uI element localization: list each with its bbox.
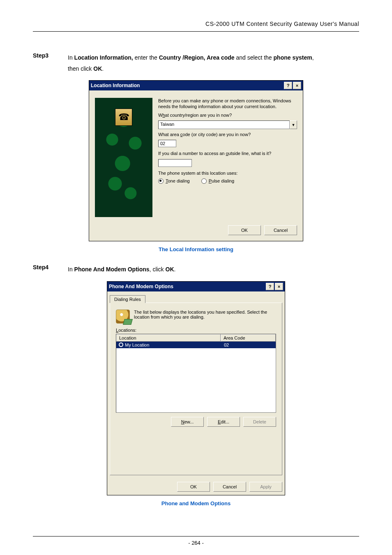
t: then click <box>68 65 93 72</box>
dialog-titlebar: Phone And Modem Options ? × <box>107 282 285 291</box>
step3-row: Step3 In Location Information, enter the… <box>33 52 359 74</box>
t: one dialing <box>168 178 190 183</box>
globe-phone-icon <box>116 310 130 324</box>
location-area-code: 02 <box>221 342 276 348</box>
col-area-code[interactable]: Area Code <box>221 334 276 342</box>
edit-button[interactable]: Edit... <box>207 417 240 427</box>
t: ulse dialing <box>212 178 234 183</box>
outside-label: If you dial a number to access an outsid… <box>158 150 297 156</box>
location-information-dialog: Location Information ? × ☎ Before you ca… <box>89 80 303 241</box>
delete-button: Delete <box>243 417 276 427</box>
radio-selected-icon <box>158 178 164 184</box>
cancel-button[interactable]: Cancel <box>264 225 297 235</box>
locations-label: Locations: <box>116 328 276 333</box>
t: ode (or city code) are you in now? <box>182 132 251 137</box>
b: Location Information, <box>74 54 133 61</box>
step4-body: In Phone And Modem Options, click OK. <box>68 264 175 275</box>
help-button[interactable]: ? <box>266 283 274 290</box>
list-item[interactable]: My Location 02 <box>116 342 276 348</box>
t: ocations: <box>118 328 136 333</box>
t: If you dial a number to access an <box>158 151 226 156</box>
t: at country/region are you in now? <box>165 113 232 118</box>
step3-label: Step3 <box>33 52 55 59</box>
phone-modem-dialog: Phone And Modem Options ? × Dialing Rule… <box>107 281 285 495</box>
list-header: Location Area Code <box>116 334 276 342</box>
cancel-button[interactable]: Cancel <box>213 482 246 492</box>
b: OK <box>93 65 102 72</box>
t: and select the <box>235 54 274 61</box>
phone-system-label: The phone system at this location uses: <box>158 170 297 176</box>
page-header: CS-2000 UTM Content Security Gateway Use… <box>33 21 359 32</box>
ok-button[interactable]: OK <box>177 482 210 492</box>
step3-body: In Location Information, enter the Count… <box>68 52 314 74</box>
country-value: Taiwan <box>158 120 290 129</box>
t: , click <box>150 266 166 273</box>
u: P <box>209 178 212 183</box>
dialog-titlebar: Location Information ? × <box>89 81 303 90</box>
dialog-title: Location Information <box>91 83 140 88</box>
radio-unselected-icon <box>201 178 207 184</box>
area-code-input[interactable]: 02 <box>158 140 176 147</box>
country-label: What country/region are you in now? <box>158 112 297 118</box>
page-footer: - 264 - <box>0 536 392 546</box>
location-name: My Location <box>125 342 149 347</box>
b: phone system <box>274 54 312 61</box>
ok-button[interactable]: OK <box>228 225 261 235</box>
b: Phone And Modem Options <box>74 266 150 273</box>
close-button[interactable]: × <box>275 283 283 290</box>
t: . <box>174 266 176 273</box>
phone-icon: ☎ <box>115 109 132 126</box>
page-number: - 264 - <box>188 540 204 546</box>
t: dit... <box>221 419 229 424</box>
intro-text: Before you can make any phone or modem c… <box>158 98 297 110</box>
selected-location-icon <box>119 342 123 347</box>
u: N <box>181 419 184 424</box>
figure-caption-2: Phone and Modem Options <box>33 500 359 506</box>
t: , <box>312 54 314 61</box>
new-button[interactable]: New... <box>171 417 204 427</box>
area-label: What area code (or city code) are you in… <box>158 132 297 137</box>
t: elete <box>256 419 266 424</box>
locations-list[interactable]: Location Area Code My Location 02 <box>116 334 276 413</box>
tab-dialing-rules[interactable]: Dialing Rules <box>110 295 145 303</box>
tone-dialing-radio[interactable]: Tone dialing <box>158 178 190 184</box>
figure-caption-1: The Local Information setting <box>33 246 359 252</box>
t: In <box>68 266 74 273</box>
t: utside line, what is it? <box>228 151 272 156</box>
step4-label: Step4 <box>33 264 55 271</box>
t: W <box>158 113 162 118</box>
close-button[interactable]: × <box>293 82 301 89</box>
tab-panel: The list below displays the locations yo… <box>110 303 282 475</box>
t: In <box>68 54 74 61</box>
t: enter the <box>133 54 159 61</box>
info-text: The list below displays the locations yo… <box>134 310 276 319</box>
u: D <box>253 419 256 424</box>
t: . <box>102 65 104 72</box>
location-side-image: ☎ <box>95 98 152 217</box>
help-button[interactable]: ? <box>284 82 292 89</box>
chevron-down-icon[interactable]: ▼ <box>290 120 297 129</box>
step4-row: Step4 In Phone And Modem Options, click … <box>33 264 359 275</box>
col-location[interactable]: Location <box>116 334 221 342</box>
t: What area <box>158 132 180 137</box>
b: Country /Region, Area code <box>159 54 235 61</box>
pulse-dialing-radio[interactable]: Pulse dialing <box>201 178 234 184</box>
apply-button: Apply <box>249 482 282 492</box>
dialog-title: Phone And Modem Options <box>109 284 173 289</box>
t: ew... <box>184 419 194 424</box>
b: OK <box>166 266 174 273</box>
country-select[interactable]: Taiwan ▼ <box>158 120 297 129</box>
outside-line-input[interactable] <box>158 159 192 167</box>
